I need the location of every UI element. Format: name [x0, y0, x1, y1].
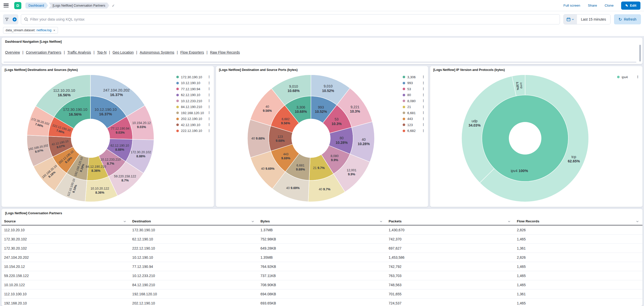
- legend-actions-icon[interactable]: ⋮: [208, 106, 211, 108]
- legend-actions-icon[interactable]: ⋮: [422, 94, 425, 96]
- legend-item[interactable]: 10.12.190.10⋮: [176, 81, 211, 85]
- table-cell: 1,361: [514, 246, 642, 250]
- app-logo[interactable]: D: [14, 2, 21, 9]
- table-row: 247.104.20.20210.12.190.101.35MB1,453,58…: [2, 253, 642, 262]
- nav-link-geo-location[interactable]: Geo Location: [113, 50, 134, 54]
- share-button[interactable]: Share: [588, 4, 597, 7]
- sort-chevron-down-icon[interactable]: [508, 220, 511, 223]
- legend-item[interactable]: ipv4⋮: [617, 75, 639, 79]
- legend-actions-icon[interactable]: ⋮: [422, 130, 425, 132]
- legend-actions-icon[interactable]: ⋮: [422, 106, 425, 108]
- nav-separator: |: [109, 50, 110, 54]
- nav-link-autonomous-systems[interactable]: Autonomous Systems: [140, 50, 174, 54]
- legend-actions-icon[interactable]: ⋮: [422, 82, 425, 84]
- breadcrumb-dashboard[interactable]: Dashboard: [25, 3, 48, 9]
- legend-item[interactable]: 3,306⋮: [403, 75, 425, 79]
- query-bar: Last 15 minutes ↻ Refresh: [0, 11, 644, 25]
- table-cell: 742,370: [386, 237, 514, 241]
- kql-search-input[interactable]: [30, 17, 557, 21]
- legend-item[interactable]: 62.12.190.10⋮: [176, 93, 211, 97]
- legend-actions-icon[interactable]: ⋮: [208, 100, 211, 102]
- table-row: 172.30.20.102222.12.190.10649.28KB697,62…: [2, 244, 642, 253]
- legend-actions-icon[interactable]: ⋮: [422, 124, 425, 126]
- legend-item[interactable]: 993⋮: [403, 81, 425, 85]
- legend-item[interactable]: 222.12.190.10⋮: [176, 129, 211, 133]
- column-header-bytes[interactable]: Bytes: [258, 219, 386, 223]
- legend-item[interactable]: 6,681⋮: [403, 111, 425, 115]
- legend-actions-icon[interactable]: ⋮: [636, 76, 639, 78]
- legend-actions-icon[interactable]: ⋮: [422, 76, 425, 78]
- breadcrumb-current-page[interactable]: [Logs Netflow] Conversation Partners: [49, 3, 109, 9]
- legend-actions-icon[interactable]: ⋮: [208, 94, 211, 96]
- legend-actions-icon[interactable]: ⋮: [422, 118, 425, 120]
- sunburst-chart[interactable]: 172.30.190.1016.56%112.10.20.1016.56%10.…: [25, 73, 156, 204]
- column-header-destination[interactable]: Destination: [130, 219, 258, 223]
- sort-chevron-down-icon[interactable]: [123, 220, 126, 223]
- legend-item[interactable]: 53⋮: [403, 87, 425, 91]
- sort-chevron-down-icon[interactable]: [251, 220, 254, 223]
- nav-link-raw-flow-records[interactable]: Raw Flow Records: [210, 50, 240, 54]
- legend-actions-icon[interactable]: ⋮: [208, 112, 211, 114]
- sunburst-chart[interactable]: tcp62.65%udp34.03%icmp3.32%ipv4 100%: [460, 73, 591, 204]
- full-screen-button[interactable]: Full screen: [563, 4, 580, 7]
- sunburst-chart[interactable]: 3,30610.68%9,01010.68%99310.52%9,01010.5…: [245, 73, 376, 204]
- legend-item[interactable]: 84.12.190.210⋮: [176, 105, 211, 109]
- legend-actions-icon[interactable]: ⋮: [208, 118, 211, 120]
- sort-chevron-down-icon[interactable]: [380, 220, 383, 223]
- check-icon: ✓: [112, 4, 115, 8]
- legend-item[interactable]: 42.12.190.10⋮: [176, 123, 211, 127]
- panel-destinations-sources: [Logs Netflow] Destinations and Sources …: [2, 66, 214, 207]
- legend-actions-icon[interactable]: ⋮: [422, 112, 425, 114]
- legend-actions-icon[interactable]: ⋮: [422, 88, 425, 90]
- filter-pill[interactable]: data_stream.dataset: netflow.log ✕: [3, 27, 58, 34]
- nav-link-top-n[interactable]: Top-N: [97, 50, 106, 54]
- legend-actions-icon[interactable]: ⋮: [208, 88, 211, 90]
- date-picker-quick-select[interactable]: [564, 14, 577, 24]
- legend-label: 80: [407, 93, 422, 97]
- refresh-button[interactable]: ↻ Refresh: [614, 14, 641, 24]
- legend-item[interactable]: 21⋮: [403, 105, 425, 109]
- table-cell: 1,465: [514, 283, 642, 287]
- legend-item[interactable]: 77.12.190.94⋮: [176, 87, 211, 91]
- legend-item[interactable]: 8,080⋮: [403, 99, 425, 103]
- legend-label: 6,681: [407, 111, 422, 115]
- table-title[interactable]: [Logs Netflow] Conversation Partners: [2, 211, 642, 215]
- legend-item[interactable]: 202.12.190.10⋮: [176, 117, 211, 121]
- legend-item[interactable]: 80⋮: [403, 93, 425, 97]
- column-header-source[interactable]: Source: [2, 219, 130, 223]
- nav-link-conversation-partners[interactable]: Conversation Partners: [26, 50, 61, 54]
- chart-legend: ipv4⋮: [617, 72, 639, 205]
- table-cell: 172.30.190.10: [130, 228, 258, 232]
- legend-item[interactable]: 172.30.190.10⋮: [176, 75, 211, 79]
- remove-filter-icon[interactable]: ✕: [53, 29, 55, 32]
- legend-actions-icon[interactable]: ⋮: [208, 124, 211, 126]
- legend-item[interactable]: 443⋮: [403, 117, 425, 121]
- add-filter-icon[interactable]: [11, 14, 18, 24]
- filter-menu-icon[interactable]: [3, 14, 11, 24]
- panel-title[interactable]: [Logs Netflow] Destination and Source Po…: [219, 68, 425, 72]
- panel-title[interactable]: [Logs Netflow] Destinations and Sources …: [5, 68, 211, 72]
- edit-button[interactable]: ✎ Edit: [621, 2, 640, 10]
- table-row: 112.10.100.10192.168.120.10694.08KB701,6…: [2, 289, 642, 299]
- legend-item[interactable]: 123⋮: [403, 123, 425, 127]
- time-range-button[interactable]: Last 15 minutes: [577, 14, 610, 24]
- legend-actions-icon[interactable]: ⋮: [208, 76, 211, 78]
- legend-color-dot: [176, 76, 179, 78]
- legend-item[interactable]: 192.168.120.10⋮: [176, 111, 211, 115]
- vertical-scrollbar[interactable]: [639, 45, 641, 62]
- legend-actions-icon[interactable]: ⋮: [208, 82, 211, 84]
- nav-link-flow-exporters[interactable]: Flow Exporters: [180, 50, 204, 54]
- legend-actions-icon[interactable]: ⋮: [422, 100, 425, 102]
- legend-item[interactable]: 10.12.233.210⋮: [176, 99, 211, 103]
- column-header-flow-records[interactable]: Flow Records: [514, 219, 642, 223]
- sort-chevron-down-icon[interactable]: [636, 220, 639, 223]
- nav-link-overview[interactable]: Overview: [5, 50, 20, 54]
- horizontal-scrollbar[interactable]: [4, 62, 636, 63]
- legend-actions-icon[interactable]: ⋮: [208, 130, 211, 132]
- column-header-packets[interactable]: Packets: [386, 219, 514, 223]
- menu-icon[interactable]: [4, 4, 9, 7]
- panel-title[interactable]: [Logs Netflow] IP Version and Protocols …: [433, 68, 639, 72]
- nav-link-traffic-analysis[interactable]: Traffic Analysis: [67, 50, 91, 54]
- clone-button[interactable]: Clone: [605, 4, 614, 7]
- legend-item[interactable]: 6,682⋮: [403, 129, 425, 133]
